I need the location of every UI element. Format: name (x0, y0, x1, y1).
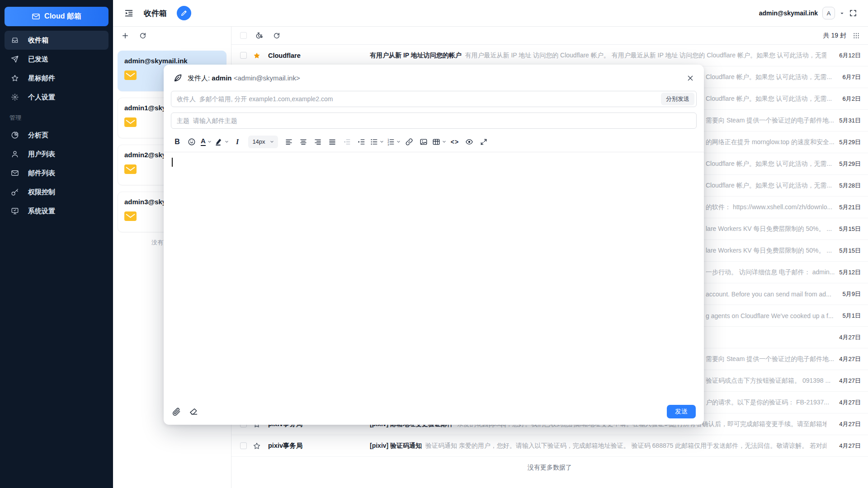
row-checkbox[interactable] (240, 52, 247, 59)
link-button[interactable] (403, 136, 415, 148)
pencil-icon (180, 9, 188, 17)
align-center-icon (299, 138, 307, 146)
collapse-sidebar-icon[interactable] (124, 8, 134, 18)
editor-area[interactable] (164, 152, 704, 399)
add-account-icon[interactable] (121, 32, 129, 40)
send-button[interactable]: 发送 (667, 405, 696, 418)
attachment-icon[interactable] (172, 407, 181, 416)
star-icon[interactable] (253, 442, 261, 450)
bullet-list-button[interactable] (370, 136, 384, 148)
sidebar-item-label: 邮件列表 (28, 169, 55, 178)
table-row[interactable]: pixiv事务局 [pixiv] 验证码通知 验证码通知 亲爱的用户，您好。请输… (231, 435, 868, 457)
mail-list-icon (11, 169, 19, 177)
align-center-button[interactable] (297, 136, 309, 148)
subject-input[interactable] (171, 113, 697, 129)
mail-preview-strip: g agents on Cloudflare We've cooked up a… (706, 312, 834, 319)
chevron-down-icon[interactable] (840, 11, 844, 16)
font-size-value: 14px (252, 138, 265, 145)
mail-date: 5月29日 (826, 138, 868, 146)
sender-label: pixiv事务局 (268, 441, 370, 450)
eraser-icon[interactable] (189, 407, 198, 416)
avatar[interactable]: A (822, 7, 835, 19)
sidebar-item-pie[interactable]: 分析页 (5, 126, 108, 145)
mail-text: 有用户从新 IP 地址访问您的帐户 有用户最近从新 IP 地址 访问您的 Clo… (370, 52, 826, 60)
italic-button[interactable]: I (231, 136, 243, 148)
bold-button[interactable]: B (171, 136, 183, 148)
table-row[interactable]: Cloudflare 有用户从新 IP 地址访问您的帐户 有用户最近从新 IP … (231, 45, 868, 66)
recipient-input[interactable] (171, 91, 697, 107)
from-address: <admin@skymail.ink> (234, 74, 300, 82)
mail-date: 4月27日 (826, 377, 868, 385)
sidebar-item-mail-list[interactable]: 邮件列表 (5, 164, 108, 183)
code-button[interactable]: <> (449, 136, 461, 148)
align-right-icon (314, 138, 322, 146)
sidebar-menu: 收件箱 已发送 星标邮件 个人设置 (0, 31, 113, 107)
account-email: admin@skymail.ink (759, 9, 818, 17)
highlight-button[interactable] (215, 136, 229, 148)
fullscreen-button[interactable] (478, 136, 490, 148)
emoji-button[interactable] (186, 136, 198, 148)
sort-by-time-icon[interactable] (255, 31, 264, 40)
star-icon[interactable] (253, 52, 261, 60)
send-separately-button[interactable]: 分别发送 (661, 93, 694, 105)
sidebar-item-key[interactable]: 权限控制 (5, 183, 108, 202)
preview-button[interactable] (463, 136, 475, 148)
grid-view-icon[interactable] (853, 32, 860, 39)
align-justify-icon (328, 138, 336, 146)
compose-button[interactable] (177, 6, 191, 20)
envelope-icon (124, 211, 137, 221)
sidebar-item-label: 已发送 (28, 55, 48, 64)
align-left-button[interactable] (283, 136, 295, 148)
sidebar-item-label: 收件箱 (28, 36, 48, 45)
italic-icon: I (236, 138, 239, 146)
link-icon (405, 138, 413, 146)
font-size-select[interactable]: 14px (248, 136, 278, 148)
indent-icon (357, 138, 365, 146)
ordered-list-button[interactable]: 123 (387, 136, 401, 148)
mail-count-label: 共 19 封 (823, 32, 846, 40)
sidebar-item-monitor[interactable]: 系统设置 (5, 202, 108, 221)
select-all-checkbox[interactable] (240, 32, 247, 39)
align-right-button[interactable] (312, 136, 324, 148)
mail-preview-strip: 一步行动。 访问详细信息 电子邮件： admin... (706, 268, 835, 277)
from-label: 发件人: (188, 74, 210, 82)
logo-button[interactable]: Cloud 邮箱 (5, 7, 108, 26)
align-justify-button[interactable] (326, 136, 338, 148)
fullscreen-icon[interactable] (849, 9, 857, 17)
refresh-accounts-icon[interactable] (139, 32, 146, 39)
outdent-button[interactable] (341, 136, 353, 148)
table-icon (432, 138, 440, 146)
account-card-email: admin@skymail.ink (124, 57, 220, 65)
monitor-icon (11, 207, 19, 215)
sidebar-item-send[interactable]: 已发送 (5, 50, 108, 69)
align-left-icon (285, 138, 293, 146)
font-color-button[interactable]: A (200, 136, 212, 148)
sidebar-item-inbox[interactable]: 收件箱 (5, 31, 108, 50)
sidebar-item-gear[interactable]: 个人设置 (5, 88, 108, 107)
mail-date: 4月27日 (826, 442, 868, 450)
refresh-list-icon[interactable] (273, 32, 280, 39)
image-button[interactable] (418, 136, 429, 148)
sidebar: Cloud 邮箱 收件箱 已发送 星标邮件 个人设置 管理 分析页 用户列表 邮… (0, 0, 113, 488)
mail-preview-strip: 需要向 Steam 提供一个验证过的电子邮件地... (706, 355, 834, 363)
indent-button[interactable] (355, 136, 367, 148)
mail-text: [pixiv] 验证码通知 验证码通知 亲爱的用户，您好。请输入以下验证码，完成… (370, 442, 826, 450)
sidebar-admin-menu: 分析页 用户列表 邮件列表 权限控制 系统设置 (0, 126, 113, 221)
close-icon[interactable] (687, 75, 694, 82)
mail-date: 5月12日 (826, 268, 868, 277)
compose-modal: 发件人: admin <admin@skymail.ink> 分别发送 BAI1… (164, 65, 704, 425)
row-checkbox[interactable] (240, 442, 247, 449)
sidebar-item-user[interactable]: 用户列表 (5, 145, 108, 164)
mail-preview-strip: Cloudflare 帐户。如果您 认可此活动，无需... (706, 73, 832, 81)
table-button[interactable] (432, 136, 446, 148)
outdent-icon (343, 138, 351, 146)
image-icon (420, 138, 428, 146)
mail-date: 6月7日 (826, 73, 868, 81)
mail-date: 5月28日 (826, 182, 868, 190)
topbar: 收件箱 admin@skymail.ink A (113, 0, 868, 27)
list-footer-label: 没有更多数据了 (231, 464, 868, 472)
mail-date: 5月1日 (826, 312, 868, 320)
sidebar-item-star[interactable]: 星标邮件 (5, 69, 108, 88)
mail-date: 5月21日 (826, 203, 868, 211)
mail-preview-strip: 验证码或点击下方按钮验证邮箱。 091398 ... (706, 377, 830, 385)
